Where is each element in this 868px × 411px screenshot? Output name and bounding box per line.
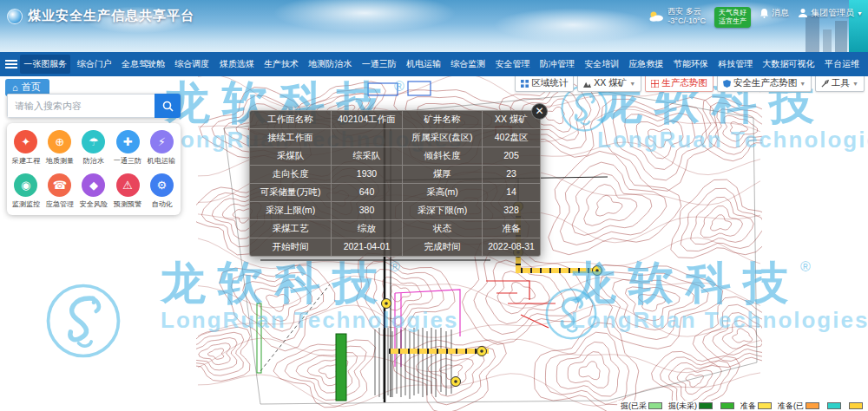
automation-icon: ⚙ (150, 173, 174, 197)
popup-value: 2021-04-01 (332, 238, 403, 256)
nav-item-bigdata-viz[interactable]: 大数据可视化 (760, 55, 819, 74)
map-legend: 掘(已采 掘(未采) 准备 准备(已 (617, 401, 866, 411)
mine-icon (583, 80, 591, 88)
quick-item-electromech-transport[interactable]: ⚡ 机电运输 (145, 130, 179, 166)
platform-logo (7, 9, 23, 24)
nav-item-ventilation[interactable]: 一通三防 (358, 55, 400, 74)
popup-label: 采煤队 (250, 147, 332, 166)
geology-survey-icon: ⊕ (48, 130, 71, 153)
popup-value: 1930 (332, 166, 403, 184)
quick-item-emergency-mgmt[interactable]: ☎ 应急管理 (43, 173, 76, 210)
nav-item-dispatch[interactable]: 综合调度 (171, 55, 213, 74)
map-toolbar: 区域统计 XX 煤矿 ▼ 生产态势图 安全生产态势图 ▼ 工具 ▼ (515, 75, 865, 92)
popup-value: 640 (332, 184, 403, 202)
nav-item-electromech-transport[interactable]: 机电运输 (403, 55, 444, 74)
safety-risk-icon: ◆ (82, 173, 105, 197)
legend-item: 准备 (740, 401, 772, 411)
nav-item-production-tech[interactable]: 生产技术 (260, 55, 302, 74)
user-icon (798, 8, 808, 18)
nav-item-holographic-cockpit[interactable]: 全息驾驶舱 (118, 55, 168, 74)
wrench-icon (821, 80, 829, 88)
quick-launch-panel: ✦ 采建工程 ⊕ 地质测量 ☂ 防治水 ✚ 一通三防 ⚡ 机电运输 ◉ 监测监控… (7, 123, 181, 215)
search-bar (7, 94, 181, 118)
close-icon[interactable]: ✕ (531, 103, 548, 120)
quick-item-monitoring[interactable]: ◉ 监测监控 (9, 173, 43, 210)
grid-icon (521, 80, 529, 88)
quick-item-forecast-warning[interactable]: ⚠ 预测预警 (111, 173, 145, 210)
nav-item-geology-water[interactable]: 地测防治水 (305, 55, 355, 74)
mine-select-dropdown[interactable]: XX 煤矿 ▼ (577, 75, 641, 92)
popup-label: 矿井名称 (403, 111, 483, 129)
popup-label: 煤厚 (403, 166, 483, 184)
popup-value: 23 (483, 166, 540, 184)
quick-item-water-control[interactable]: ☂ 防治水 (76, 130, 110, 166)
popup-label: 状态 (403, 220, 483, 238)
nav-item-coal-quality[interactable]: 煤质选煤 (216, 55, 258, 74)
popup-label: 采煤工艺 (250, 220, 332, 238)
popup-value: 380 (332, 202, 403, 220)
legend-item: 掘(已采 (621, 401, 662, 411)
messages-button[interactable]: 消息 (760, 7, 789, 19)
weather-widget: 西安 多云 -3°C/-10°C (648, 7, 706, 26)
popup-value: 准备 (483, 220, 540, 238)
menu-icon[interactable] (5, 60, 17, 68)
quick-item-ventilation[interactable]: ✚ 一通三防 (111, 130, 145, 166)
popup-value: 328 (483, 202, 540, 220)
legend-item (719, 402, 734, 409)
popup-label: 走向长度 (250, 166, 332, 184)
nav-item-energy-env[interactable]: 节能环保 (670, 55, 712, 74)
water-control-icon: ☂ (82, 130, 105, 153)
popup-label: 可采储量(万吨) (250, 184, 332, 202)
nav-item-emergency-rescue[interactable]: 应急救援 (626, 55, 667, 74)
popup-label: 倾斜长度 (403, 147, 483, 166)
app-header: 煤业安全生产信息共享平台 西安 多云 -3°C/-10°C 天气良好 适宜生产 … (0, 0, 868, 52)
nav-item-safety-mgmt[interactable]: 安全管理 (492, 55, 534, 74)
popup-value: 205 (483, 147, 540, 166)
page-title: 煤业安全生产信息共享平台 (28, 8, 194, 24)
monitoring-icon: ◉ (14, 173, 37, 197)
nav-item-rockburst-mgmt[interactable]: 防冲管理 (536, 55, 578, 74)
search-button[interactable] (155, 94, 181, 118)
bell-icon (760, 8, 769, 18)
nav-item-portal[interactable]: 综合门户 (74, 55, 115, 74)
popup-label: 接续工作面 (250, 129, 332, 147)
production-map-icon (651, 80, 659, 88)
emergency-mgmt-icon: ☎ (48, 173, 71, 197)
popup-label: 开始时间 (250, 238, 332, 256)
nav-item-safety-training[interactable]: 安全培训 (581, 55, 622, 74)
user-menu[interactable]: 集团管理员 ▼ (798, 7, 863, 19)
quick-item-mining-construction[interactable]: ✦ 采建工程 (9, 130, 43, 166)
popup-label: 采深下限(m) (403, 202, 483, 220)
popup-label: 所属采区(盘区) (403, 129, 483, 147)
safety-view-dropdown[interactable]: 安全生产态势图 ▼ (717, 75, 812, 92)
quick-item-safety-risk[interactable]: ◆ 安全风险 (76, 173, 110, 210)
popup-value: 综采队 (332, 147, 403, 166)
nav-item-tech-mgmt[interactable]: 科技管理 (714, 55, 756, 74)
nav-item-platform-ops[interactable]: 平台运维 (821, 55, 863, 74)
weather-temp: -3°C/-10°C (667, 16, 706, 26)
popup-value: 2022-08-31 (483, 238, 540, 256)
popup-label: 采高(m) (403, 184, 483, 202)
quick-item-geology-survey[interactable]: ⊕ 地质测量 (43, 130, 76, 166)
ventilation-icon: ✚ (116, 130, 140, 153)
nav-item-integrated-monitoring[interactable]: 综合监测 (447, 55, 489, 74)
popup-value: 14 (483, 184, 540, 202)
popup-label: 完成时间 (403, 238, 483, 256)
popup-value: 402盘区 (483, 129, 540, 147)
popup-value: 402104工作面 (332, 111, 403, 129)
popup-value: 综放 (332, 220, 403, 238)
nav-item-one-map-service[interactable]: 一张图服务 (20, 55, 70, 74)
weather-status-badge: 天气良好 适宜生产 (714, 7, 751, 28)
weather-location: 西安 多云 (667, 7, 706, 16)
electromech-transport-icon: ⚡ (150, 130, 174, 153)
region-stats-button[interactable]: 区域统计 (515, 75, 574, 92)
search-icon (162, 101, 174, 112)
forecast-warning-icon: ⚠ (116, 173, 140, 197)
legend-item (847, 402, 863, 409)
popup-label: 工作面名称 (250, 111, 332, 129)
production-view-button[interactable]: 生产态势图 (645, 75, 713, 92)
search-input[interactable] (7, 94, 155, 118)
legend-item: 掘(未采) (668, 401, 713, 411)
quick-item-automation[interactable]: ⚙ 自动化 (145, 173, 179, 210)
tools-dropdown[interactable]: 工具 ▼ (815, 75, 865, 92)
